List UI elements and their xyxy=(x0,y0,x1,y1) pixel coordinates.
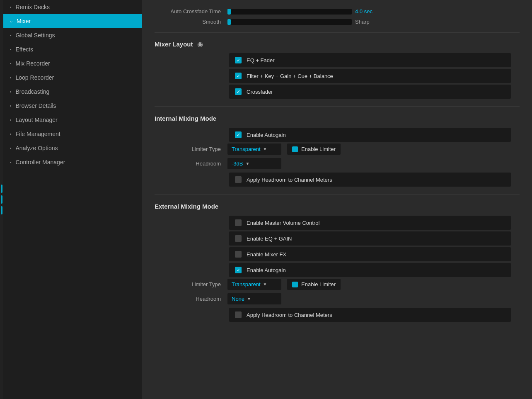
external-eq-gain-row[interactable]: Enable EQ + GAIN xyxy=(229,231,511,246)
sidebar-item-effects[interactable]: •Effects xyxy=(3,42,142,56)
sidebar-item-file-management[interactable]: •File Management xyxy=(3,127,142,141)
external-master-volume-row[interactable]: Enable Master Volume Control xyxy=(229,216,511,230)
divider-1 xyxy=(155,32,520,33)
internal-apply-headroom-label: Apply Headroom to Channel Meters xyxy=(247,177,332,183)
mixer-layout-label-1: Filter + Key + Gain + Cue + Balance xyxy=(247,73,333,79)
external-mixer-fx-checkbox[interactable] xyxy=(235,251,242,258)
sidebar-item-mix-recorder[interactable]: •Mix Recorder xyxy=(3,56,142,71)
mixer-layout-checkmark-0: ✓ xyxy=(237,58,240,63)
sidebar-bullet-global-settings: • xyxy=(10,33,12,38)
sidebar-item-mixer[interactable]: ○Mixer xyxy=(3,14,142,28)
external-headroom-dropdown[interactable]: None ▼ xyxy=(227,293,281,304)
internal-autogain-row[interactable]: ✓ Enable Autogain xyxy=(229,128,511,142)
sidebar-item-loop-recorder[interactable]: •Loop Recorder xyxy=(3,71,142,85)
internal-enable-limiter-group[interactable]: Enable Limiter xyxy=(287,144,341,155)
internal-headroom-value: -3dB xyxy=(232,161,243,167)
smooth-sharp-fill xyxy=(227,19,231,25)
external-headroom-row: Headroom None ▼ xyxy=(155,293,520,304)
sidebar-item-broadcasting[interactable]: •Broadcasting xyxy=(3,85,142,99)
external-limiter-type-label: Limiter Type xyxy=(155,281,221,287)
external-apply-headroom-label: Apply Headroom to Channel Meters xyxy=(247,312,332,318)
external-autogain-row[interactable]: ✓ Enable Autogain xyxy=(229,263,511,277)
sidebar-bullet-remix-decks: • xyxy=(10,5,12,10)
sidebar-bullet-broadcasting: • xyxy=(10,90,12,94)
sidebar-label-layout-manager: Layout Manager xyxy=(16,117,58,123)
internal-enable-limiter-label: Enable Limiter xyxy=(301,146,336,152)
sidebar-bullet-analyze-options: • xyxy=(10,146,12,151)
external-enable-limiter-checkbox[interactable] xyxy=(292,282,298,287)
divider-3 xyxy=(155,194,520,195)
external-autogain-label: Enable Autogain xyxy=(247,267,286,273)
external-eq-gain-checkbox[interactable] xyxy=(235,235,242,242)
sidebar-bullet-browser-details: • xyxy=(10,104,12,108)
sharp-label: Sharp xyxy=(355,19,370,25)
smooth-sharp-slider[interactable] xyxy=(227,19,352,25)
sidebar-item-controller-manager[interactable]: •Controller Manager xyxy=(3,155,142,169)
auto-crossfade-slider[interactable] xyxy=(227,9,352,15)
external-autogain-check-mark: ✓ xyxy=(237,268,240,272)
external-headroom-arrow: ▼ xyxy=(247,297,251,301)
sidebar-bullet-controller-manager: • xyxy=(10,160,12,165)
internal-limiter-type-arrow: ▼ xyxy=(263,147,267,151)
mixer-layout-title: Mixer Layout xyxy=(155,41,193,48)
sidebar-item-browser-details[interactable]: •Browser Details xyxy=(3,99,142,113)
sidebar-label-mixer: Mixer xyxy=(17,18,31,24)
sidebar-label-global-settings: Global Settings xyxy=(16,32,55,39)
internal-autogain-check-mark: ✓ xyxy=(237,133,240,137)
external-eq-gain-label: Enable EQ + GAIN xyxy=(247,236,292,242)
internal-apply-headroom-checkbox[interactable] xyxy=(235,176,242,183)
accent-dot-2 xyxy=(1,195,2,204)
mixer-layout-item-0[interactable]: ✓EQ + Fader xyxy=(229,53,511,67)
sidebar-label-file-management: File Management xyxy=(16,131,60,137)
internal-headroom-row: Headroom -3dB ▼ xyxy=(155,158,520,169)
external-apply-headroom-checkbox[interactable] xyxy=(235,311,242,318)
mixer-layout-checkbox-2[interactable]: ✓ xyxy=(235,88,242,95)
external-master-volume-checkbox[interactable] xyxy=(235,219,242,226)
mixer-layout-item-2[interactable]: ✓Crossfader xyxy=(229,85,511,99)
internal-headroom-dropdown[interactable]: -3dB ▼ xyxy=(227,158,281,169)
sidebar-label-effects: Effects xyxy=(16,46,34,53)
internal-apply-headroom-row[interactable]: Apply Headroom to Channel Meters xyxy=(229,173,511,187)
sidebar-bullet-layout-manager: • xyxy=(10,118,12,122)
internal-enable-limiter-checkbox[interactable] xyxy=(292,146,298,152)
mixer-layout-checkmark-1: ✓ xyxy=(237,74,240,78)
sidebar-item-layout-manager[interactable]: •Layout Manager xyxy=(3,113,142,127)
external-autogain-checkbox[interactable]: ✓ xyxy=(235,267,242,273)
external-enable-limiter-group[interactable]: Enable Limiter xyxy=(287,279,341,290)
sidebar-item-global-settings[interactable]: •Global Settings xyxy=(3,28,142,42)
mixer-layout-checkbox-0[interactable]: ✓ xyxy=(235,57,242,63)
divider-2 xyxy=(155,106,520,107)
internal-limiter-type-row: Limiter Type Transparent ▼ Enable Limite… xyxy=(155,144,520,155)
sidebar-label-controller-manager: Controller Manager xyxy=(16,159,65,165)
sidebar-label-loop-recorder: Loop Recorder xyxy=(16,74,54,81)
left-accent xyxy=(0,0,3,399)
smooth-sharp-slider-container: Sharp xyxy=(227,19,520,25)
sidebar-label-browser-details: Browser Details xyxy=(16,102,56,109)
internal-headroom-arrow: ▼ xyxy=(245,161,249,166)
smooth-sharp-row: Smooth Sharp xyxy=(155,19,520,25)
sidebar-item-analyze-options[interactable]: •Analyze Options xyxy=(3,141,142,155)
mixer-layout-checkbox-1[interactable]: ✓ xyxy=(235,73,242,79)
internal-limiter-type-value: Transparent xyxy=(232,146,261,152)
accent-dot-1 xyxy=(1,185,2,193)
sidebar-label-analyze-options: Analyze Options xyxy=(16,145,58,151)
external-enable-limiter-label: Enable Limiter xyxy=(301,281,336,287)
sidebar-label-remix-decks: Remix Decks xyxy=(16,4,50,10)
auto-crossfade-label: Auto Crossfade Time xyxy=(155,8,221,15)
mixer-layout-label-0: EQ + Fader xyxy=(247,57,275,63)
external-mixing-title: External Mixing Mode xyxy=(155,203,520,210)
smooth-label: Smooth xyxy=(155,19,221,25)
sidebar-label-mix-recorder: Mix Recorder xyxy=(16,60,50,67)
internal-headroom-label: Headroom xyxy=(155,161,221,167)
internal-autogain-checkbox[interactable]: ✓ xyxy=(235,131,242,138)
external-limiter-type-dropdown[interactable]: Transparent ▼ xyxy=(227,279,281,290)
sidebar-item-remix-decks[interactable]: •Remix Decks xyxy=(3,0,142,14)
eye-icon[interactable]: ◉ xyxy=(197,40,203,48)
internal-limiter-type-dropdown[interactable]: Transparent ▼ xyxy=(227,144,281,155)
mixer-layout-item-1[interactable]: ✓Filter + Key + Gain + Cue + Balance xyxy=(229,69,511,83)
external-mixer-fx-row[interactable]: Enable Mixer FX xyxy=(229,247,511,261)
internal-limiter-type-label: Limiter Type xyxy=(155,146,221,152)
external-limiter-type-row: Limiter Type Transparent ▼ Enable Limite… xyxy=(155,279,520,290)
external-apply-headroom-row[interactable]: Apply Headroom to Channel Meters xyxy=(229,308,511,322)
sidebar-bullet-mix-recorder: • xyxy=(10,61,12,66)
